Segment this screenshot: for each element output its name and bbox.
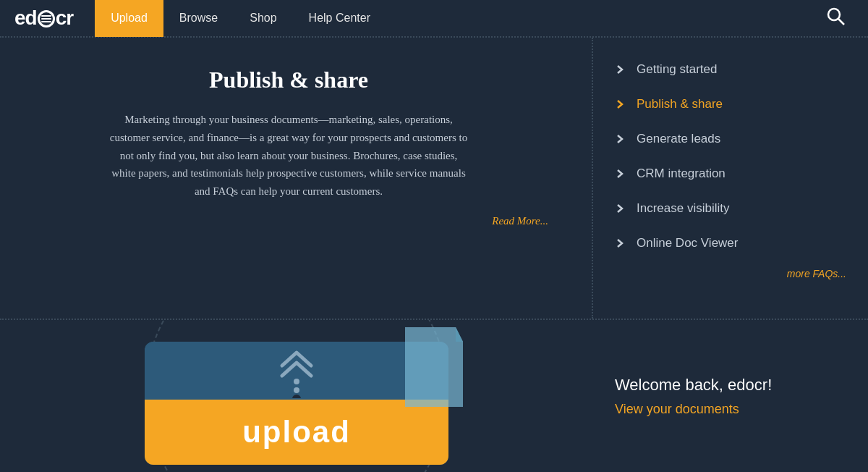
upload-area[interactable]: upload (0, 320, 593, 472)
svg-line-1 (838, 19, 844, 25)
chevron-icon (615, 203, 625, 214)
logo-text-end: cr (56, 7, 73, 30)
svg-point-2 (294, 379, 299, 384)
logo-icon (38, 10, 55, 28)
sidebar-item-crm-integration[interactable]: CRM integration (615, 156, 846, 191)
upload-text: upload (242, 415, 351, 450)
logo[interactable]: ed cr (14, 7, 73, 30)
bottom-section: upload Welcome back, edocr! View your do… (0, 320, 868, 472)
svg-point-4 (292, 395, 301, 398)
read-more-link[interactable]: Read More... (492, 215, 548, 227)
sidebar: Getting started Publish & share Generate… (593, 38, 868, 319)
sidebar-label-generate-leads: Generate leads (637, 132, 720, 146)
upload-arrow-icon (271, 344, 322, 398)
chevron-active-icon (615, 99, 625, 109)
nav-help-center[interactable]: Help Center (293, 0, 386, 37)
svg-point-0 (828, 9, 840, 20)
header: ed cr Upload Browse Shop Help Center (0, 0, 868, 38)
nav-upload[interactable]: Upload (95, 0, 163, 37)
upload-card-bottom: upload (145, 400, 448, 465)
sidebar-item-getting-started[interactable]: Getting started (615, 52, 846, 87)
sidebar-item-increase-visibility[interactable]: Increase visibility (615, 191, 846, 226)
sidebar-label-getting-started: Getting started (637, 62, 718, 77)
svg-point-3 (294, 387, 299, 393)
article-section: Publish & share Marketing through your b… (0, 38, 593, 319)
content-area: Publish & share Marketing through your b… (0, 38, 868, 472)
logo-menu-icon (41, 15, 51, 22)
sidebar-item-generate-leads[interactable]: Generate leads (615, 122, 846, 156)
paper-fold-decoration (398, 327, 463, 407)
sidebar-label-increase-visibility: Increase visibility (637, 201, 730, 216)
logo-text-start: ed (14, 7, 37, 30)
sidebar-label-online-doc-viewer: Online Doc Viewer (637, 236, 738, 250)
page-title: Publish & share (209, 67, 368, 93)
more-faqs-link[interactable]: more FAQs... (615, 268, 846, 279)
chevron-icon (615, 238, 625, 248)
search-icon (826, 7, 846, 27)
view-documents-link[interactable]: View your documents (615, 402, 846, 417)
main-nav: Upload Browse Shop Help Center (95, 0, 854, 37)
main-content: Publish & share Marketing through your b… (0, 38, 868, 472)
upload-card: upload (145, 342, 448, 465)
chevron-icon (615, 169, 625, 179)
search-button[interactable] (819, 7, 854, 30)
welcome-section: Welcome back, edocr! View your documents (593, 320, 868, 472)
top-section: Publish & share Marketing through your b… (0, 38, 868, 320)
nav-shop[interactable]: Shop (234, 0, 292, 37)
chevron-icon (615, 134, 625, 144)
sidebar-label-publish-share: Publish & share (637, 97, 723, 111)
upload-card-top (145, 342, 448, 400)
chevron-icon (615, 64, 625, 75)
nav-browse[interactable]: Browse (163, 0, 234, 37)
sidebar-item-online-doc-viewer[interactable]: Online Doc Viewer (615, 226, 846, 261)
article-body: Marketing through your business document… (108, 111, 469, 201)
sidebar-item-publish-share[interactable]: Publish & share (615, 87, 846, 122)
sidebar-label-crm-integration: CRM integration (637, 167, 726, 181)
welcome-message: Welcome back, edocr! (615, 376, 846, 395)
